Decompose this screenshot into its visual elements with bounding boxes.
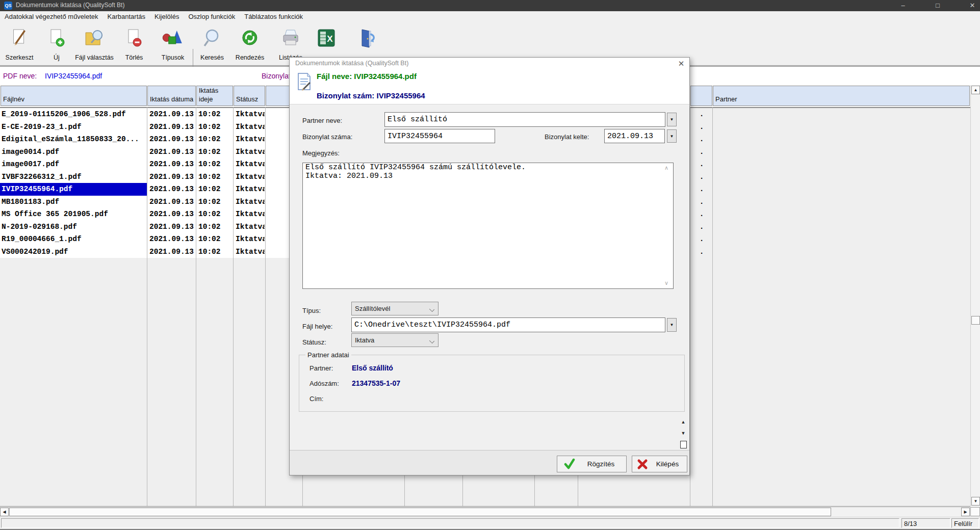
cell-time: 10:02: [198, 133, 232, 146]
header-date[interactable]: Iktatás dátuma: [147, 86, 196, 106]
menu-oszlop-funkciok[interactable]: Oszlop funkciók: [184, 11, 240, 22]
dialog-header: Fájl neve: IVIP32455964.pdf Bizonylat sz…: [290, 69, 689, 104]
scroll-up-button[interactable]: ▲: [971, 86, 980, 94]
textarea-scroll-down-icon[interactable]: ∨: [664, 280, 668, 286]
textarea-scroll-up-icon[interactable]: ∧: [664, 165, 668, 171]
cell-filename[interactable]: MB1801183.pdf: [0, 196, 147, 208]
scroll-left-button[interactable]: ◀: [0, 508, 9, 516]
cell-filename[interactable]: Edigital_eSzámla_11850833_20...: [0, 133, 147, 146]
menu-adatokkal[interactable]: Adatokkal végezhető műveletek: [0, 11, 103, 22]
bizonylat-kelte-dropdown-button[interactable]: ▼: [667, 129, 677, 143]
bizonylat-szama-input[interactable]: [384, 129, 495, 143]
window-title-bar: QS Dokumentumok iktatása (QualitySoft Bt…: [0, 0, 980, 11]
chevron-down-icon: [429, 307, 434, 312]
types-button[interactable]: Típusok: [162, 28, 184, 65]
pdf-name-label: PDF neve:: [3, 72, 37, 80]
scroll-right-button[interactable]: ▶: [961, 508, 970, 516]
exit-dialog-button[interactable]: Kilépés: [632, 456, 687, 472]
document-edit-icon: [297, 72, 312, 94]
cell-date: 2021.09.13: [149, 221, 195, 233]
cell-dot: .: [690, 146, 713, 158]
record-stop-icon[interactable]: [680, 441, 687, 448]
dialog-file-name-line: Fájl neve: IVIP32455964.pdf: [317, 72, 417, 81]
minimize-button[interactable]: –: [886, 0, 920, 11]
partner-neve-dropdown-button[interactable]: ▼: [667, 113, 677, 126]
toolbar-button-label: Típusok: [162, 54, 184, 61]
vertical-scrollbar[interactable]: ▲ ▼: [970, 85, 980, 506]
scroll-down-button[interactable]: ▼: [971, 497, 980, 506]
cell-filename[interactable]: VS000242019.pdf: [0, 246, 147, 258]
search-button[interactable]: Keresés: [200, 28, 224, 65]
partner-neve-input[interactable]: [384, 112, 665, 127]
check-icon: [563, 458, 576, 470]
menu-karbantartas[interactable]: Karbantartás: [103, 11, 150, 22]
save-button[interactable]: Rögzítés: [557, 456, 627, 472]
fajl-helye-label: Fájl helye:: [302, 323, 332, 330]
cell-filename[interactable]: MS Office 365 201905.pdf: [0, 208, 147, 221]
close-button[interactable]: ✕: [956, 0, 980, 11]
cell-time: 10:02: [198, 146, 232, 158]
sort-button[interactable]: Rendezés: [236, 28, 264, 65]
grid-line: [196, 107, 196, 506]
horizontal-scrollbar[interactable]: ◀ ▶: [0, 507, 970, 516]
cell-filename[interactable]: image0017.pdf: [0, 158, 147, 171]
menu-tablazatos-funkciok[interactable]: Táblázatos funkciók: [240, 11, 307, 22]
header-time[interactable]: Iktatás ideje: [196, 86, 233, 106]
cell-dot: .: [690, 171, 713, 183]
cell-dot: .: [690, 108, 713, 121]
types-shapes-icon: [162, 28, 184, 50]
cell-date: 2021.09.13: [149, 133, 195, 146]
grid-line: [265, 107, 266, 506]
status-panel-main: [1, 518, 899, 528]
dialog-close-icon[interactable]: ✕: [676, 59, 687, 69]
cell-filename[interactable]: E_2019-01115206_1906_528.pdf: [0, 108, 147, 121]
bizonylat-kelte-label: Bizonylat kelte:: [545, 133, 589, 141]
megjegyzes-textarea[interactable]: Első szállító IVIP32455964 számú szállít…: [302, 163, 674, 289]
cell-filename[interactable]: N-2019-029168.pdf: [0, 221, 147, 233]
tipus-select[interactable]: Szállítólevél: [351, 302, 439, 315]
new-button[interactable]: Új: [46, 28, 67, 65]
file-select-button[interactable]: Fájl választás: [75, 28, 114, 65]
cell-filename[interactable]: E-CE-2019-23_1.pdf: [0, 121, 147, 134]
header-filename[interactable]: Fájlnév: [1, 86, 147, 106]
toolbar-button-label: Keresés: [200, 54, 224, 61]
dialog-title: Dokumentumok iktatása (QualitySoft Bt): [295, 60, 408, 67]
statusz-select[interactable]: Iktatva: [351, 333, 439, 347]
cell-status: Iktatva: [236, 208, 265, 221]
cell-status: Iktatva: [236, 196, 265, 208]
edit-button[interactable]: Szerkeszt: [6, 28, 34, 65]
cell-filename[interactable]: IVBF32266312_1.pdf: [0, 171, 147, 183]
cell-time: 10:02: [198, 183, 232, 196]
pdf-name-value: IVIP32455964.pdf: [45, 72, 102, 80]
cell-filename[interactable]: IVIP32455964.pdf: [0, 183, 147, 196]
header-partner[interactable]: Partner: [713, 86, 970, 106]
grid-line: [712, 107, 713, 506]
bizonylat-kelte-input[interactable]: [604, 129, 665, 143]
delete-button[interactable]: Törlés: [124, 28, 144, 65]
fajl-helye-dropdown-button[interactable]: ▼: [667, 318, 677, 332]
record-down-icon[interactable]: ▼: [679, 431, 687, 436]
header-status[interactable]: Státusz: [234, 86, 265, 106]
cell-filename[interactable]: R19_00004666_1.pdf: [0, 233, 147, 246]
fajl-helye-input[interactable]: [351, 317, 665, 332]
menu-kijeloles[interactable]: Kijelölés: [150, 11, 184, 22]
search-icon: [202, 28, 222, 50]
maximize-button[interactable]: □: [921, 0, 955, 11]
grid-bottom-line: [0, 506, 970, 507]
statusz-label: Státusz:: [302, 338, 326, 346]
vertical-scroll-thumb[interactable]: [971, 316, 980, 325]
cell-status: Iktatva: [236, 221, 265, 233]
horizontal-scroll-thumb[interactable]: [9, 508, 831, 516]
save-button-label: Rögzítés: [576, 460, 626, 468]
record-up-icon[interactable]: ▲: [679, 419, 687, 425]
partner-value: Első szállító: [352, 364, 393, 372]
cell-dot: .: [690, 196, 713, 208]
cell-status: Iktatva: [236, 133, 265, 146]
header-hidden-7[interactable]: [690, 86, 712, 106]
cell-date: 2021.09.13: [149, 196, 195, 208]
cell-time: 10:02: [198, 171, 232, 183]
exit-button-label: Kilépés: [648, 460, 687, 468]
cell-filename[interactable]: image0014.pdf: [0, 146, 147, 158]
exit-door-icon: [357, 28, 377, 50]
cell-date: 2021.09.13: [149, 233, 195, 246]
